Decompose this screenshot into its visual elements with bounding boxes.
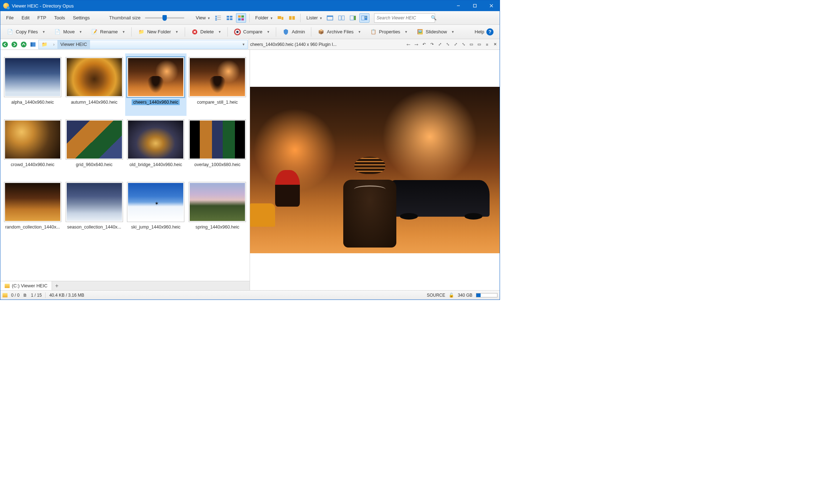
search-box[interactable]: 🔍: [374, 13, 435, 23]
archive-button[interactable]: 📦Archive Files▼: [313, 27, 365, 37]
svg-rect-4: [217, 18, 221, 18]
location-bar: 📁 › Viewer HEIC ▼ cheers_1440x960.heic (…: [0, 39, 500, 50]
thumbnail-item[interactable]: compare_still_1.heic: [187, 53, 248, 116]
thumbnail-item[interactable]: spring_1440x960.heic: [187, 178, 248, 241]
maximize-button[interactable]: [467, 0, 483, 11]
menu-tools[interactable]: Tools: [51, 13, 69, 23]
nav-tree-toggle[interactable]: [28, 40, 38, 49]
folder-tree-icon[interactable]: [275, 13, 286, 23]
breadcrumb-root[interactable]: 📁: [39, 40, 50, 49]
thumbsize-slider[interactable]: [145, 17, 184, 19]
archive-icon: 📦: [317, 28, 325, 36]
thumbnail-image: [66, 119, 123, 160]
viewer-zoom-fit-button[interactable]: ⤡: [460, 41, 467, 48]
folder-dual-icon[interactable]: [287, 13, 297, 23]
lister-dual-icon[interactable]: [336, 13, 346, 23]
thumbnail-label: crowd_1440x960.heic: [9, 162, 56, 168]
viewer-rotate-cw-button[interactable]: ↷: [429, 41, 435, 48]
menu-file[interactable]: File: [3, 13, 17, 23]
svg-rect-35: [30, 42, 32, 47]
menubar: File Edit FTP Tools Settings Thumbnail s…: [0, 11, 500, 25]
breadcrumb-current[interactable]: Viewer HEIC: [57, 40, 90, 49]
nav-back-button[interactable]: [0, 40, 10, 49]
menu-settings[interactable]: Settings: [69, 13, 93, 23]
svg-rect-9: [227, 18, 229, 20]
svg-rect-1: [215, 16, 217, 17]
properties-button[interactable]: 📋Properties▼: [366, 27, 412, 37]
viewer-pane[interactable]: [250, 50, 500, 290]
delete-button[interactable]: Delete▼: [187, 27, 226, 37]
viewer-next-button[interactable]: 🡒: [413, 41, 419, 48]
menu-edit[interactable]: Edit: [18, 13, 33, 23]
viewer-prev-button[interactable]: 🡐: [405, 41, 411, 48]
thumbnail-item[interactable]: overlay_1000x680.heic: [187, 116, 248, 178]
thumbnail-label: spring_1440x960.heic: [194, 224, 241, 230]
thumbnail-label: season_collection_1440x...: [66, 224, 123, 230]
svg-rect-21: [339, 16, 341, 20]
view-list-icon[interactable]: [225, 13, 235, 23]
viewer-fullscreen-button[interactable]: ▭: [468, 41, 475, 48]
thumbnail-grid[interactable]: alpha_1440x960.heicautumn_1440x960.heicc…: [0, 50, 250, 281]
viewer-rotate-ccw-button[interactable]: ↶: [421, 41, 427, 48]
minimize-button[interactable]: [450, 0, 467, 11]
copy-files-button[interactable]: 📄Copy Files▼: [3, 27, 49, 37]
rename-button[interactable]: 📝Rename▼: [87, 27, 129, 37]
status-lock-icon: 🔓: [449, 293, 454, 298]
thumbnail-item[interactable]: grid_960x640.heic: [63, 116, 125, 178]
view-details-icon[interactable]: [213, 13, 223, 23]
rename-icon: 📝: [91, 28, 98, 36]
breadcrumb-dropdown[interactable]: ▼: [242, 43, 247, 46]
status-source-label: SOURCE: [427, 293, 445, 298]
thumbnail-item[interactable]: alpha_1440x960.heic: [2, 53, 63, 116]
search-icon[interactable]: 🔍: [431, 15, 437, 20]
lister-menu[interactable]: Lister▼: [306, 15, 322, 20]
viewer-close-button[interactable]: ✕: [492, 41, 498, 48]
viewer-header: cheers_1440x960.heic (1440 x 960 Plugin …: [249, 39, 500, 50]
viewer-zoom-in-button[interactable]: ⤢: [437, 41, 443, 48]
thumbnail-item[interactable]: old_bridge_1440x960.heic: [125, 116, 187, 178]
viewer-zoom-out-button[interactable]: ⤡: [444, 41, 451, 48]
menu-ftp[interactable]: FTP: [34, 13, 50, 23]
nav-up-button[interactable]: [19, 40, 28, 49]
folder-tab[interactable]: (C:) Viewer HEIC: [0, 281, 52, 290]
slideshow-button[interactable]: 🖼️Slideshow▼: [412, 27, 458, 37]
compare-button[interactable]: Compare▼: [230, 27, 274, 37]
thumbnail-image: [4, 182, 61, 222]
lister-metapane-icon[interactable]: [348, 13, 358, 23]
breadcrumb[interactable]: 📁 › Viewer HEIC ▼: [38, 40, 248, 49]
thumbnail-item[interactable]: season_collection_1440x...: [63, 178, 125, 241]
thumbnail-image: [66, 182, 123, 222]
close-button[interactable]: [483, 0, 500, 11]
nav-forward-button[interactable]: [10, 40, 19, 49]
view-menu[interactable]: View▼: [196, 15, 211, 20]
thumbnail-item[interactable]: autumn_1440x960.heic: [63, 53, 125, 116]
lister-single-icon[interactable]: [325, 13, 335, 23]
window-title: Viewer HEIC - Directory Opus: [12, 3, 450, 9]
search-input[interactable]: [377, 15, 431, 20]
thumbnail-item[interactable]: cheers_1440x960.heic: [125, 53, 187, 116]
app-window: Viewer HEIC - Directory Opus File Edit F…: [0, 0, 500, 300]
thumbsize-label: Thumbnail size: [109, 15, 140, 20]
svg-rect-25: [362, 16, 364, 20]
svg-rect-17: [289, 16, 292, 20]
thumbnail-item[interactable]: ski_jump_1440x960.heic: [125, 178, 187, 241]
move-button[interactable]: 📄Move▼: [50, 27, 86, 37]
lister-viewerpane-icon[interactable]: [359, 13, 369, 23]
svg-rect-6: [217, 19, 221, 20]
thumbnail-item[interactable]: random_collection_1440x...: [2, 178, 63, 241]
viewer-grow-button[interactable]: ▭: [476, 41, 482, 48]
help-button[interactable]: Help?: [471, 27, 497, 37]
view-thumbnails-icon[interactable]: [236, 13, 246, 23]
new-tab-button[interactable]: +: [52, 281, 61, 290]
admin-button[interactable]: Admin: [278, 27, 309, 37]
viewer-zoom-100-button[interactable]: ⤢: [452, 41, 459, 48]
new-folder-icon: 📁: [138, 28, 145, 36]
new-folder-button[interactable]: 📁New Folder▼: [134, 27, 182, 37]
svg-rect-22: [342, 16, 344, 20]
folder-menu[interactable]: Folder▼: [255, 15, 273, 20]
svg-rect-5: [215, 19, 217, 20]
thumbnail-image: [4, 57, 61, 97]
svg-point-27: [365, 17, 367, 18]
thumbnail-item[interactable]: crowd_1440x960.heic: [2, 116, 63, 178]
viewer-menu-button[interactable]: ≡: [484, 41, 490, 48]
